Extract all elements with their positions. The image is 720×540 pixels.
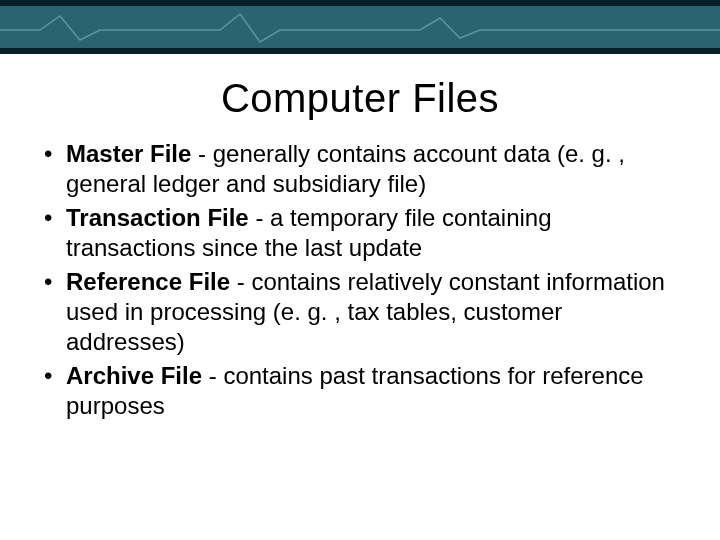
slide-body: Master File - generally contains account… <box>0 139 720 421</box>
slide-title: Computer Files <box>0 76 720 121</box>
list-item: Transaction File - a temporary file cont… <box>44 203 686 263</box>
list-item: Master File - generally contains account… <box>44 139 686 199</box>
list-item: Reference File - contains relatively con… <box>44 267 686 357</box>
top-banner <box>0 0 720 54</box>
banner-stripe-top <box>0 0 720 6</box>
banner-stripe-bottom <box>0 48 720 54</box>
ekg-line-icon <box>0 10 720 44</box>
term: Archive File <box>66 362 202 389</box>
term: Reference File <box>66 268 230 295</box>
list-item: Archive File - contains past transaction… <box>44 361 686 421</box>
bullet-list: Master File - generally contains account… <box>44 139 686 421</box>
term: Transaction File <box>66 204 249 231</box>
term: Master File <box>66 140 191 167</box>
